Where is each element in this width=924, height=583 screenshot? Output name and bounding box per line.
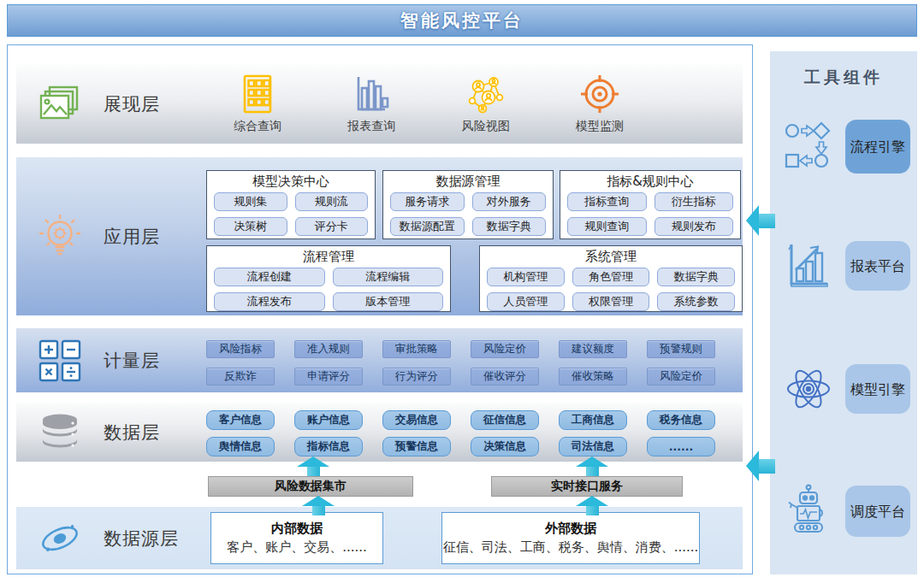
sidebar-title: 工具组件: [770, 67, 917, 89]
measure-chip: 行为评分: [382, 368, 451, 386]
app-chip: 流程发布: [214, 292, 325, 311]
presentation-label: 展现层: [104, 92, 160, 116]
pictures-icon: [35, 85, 85, 124]
group-title: 模型决策中心: [207, 173, 375, 191]
data-chip: 司法信息: [559, 437, 627, 456]
measure-chip: 风险定价: [647, 368, 715, 386]
main-panel: 展现层 综合查询: [7, 44, 753, 574]
bus-realtime-api: 实时接口服务: [491, 476, 683, 497]
app-chip: 规则发布: [654, 217, 734, 236]
up-arrow: [576, 456, 608, 476]
flow-icon: [782, 121, 835, 171]
layer-presentation: 展现层 综合查询: [16, 64, 743, 144]
data-head: 数据层: [35, 403, 160, 462]
tools-sidebar: 工具组件 流程引擎 报表平台: [770, 51, 917, 574]
data-chips: 客户信息 账户信息 交易信息 征信信息 工商信息 税务信息 舆情信息 指标信息 …: [206, 410, 715, 456]
pres-item-report: 报表查询: [320, 74, 423, 134]
tool-model-engine: 模型引擎: [845, 364, 910, 414]
data-chip: 决策信息: [471, 437, 539, 456]
measure-chip: 催收评分: [471, 368, 539, 386]
external-data-desc: 征信、司法、工商、税务、舆情、消费、......: [443, 539, 699, 556]
application-label: 应用层: [104, 225, 160, 249]
left-arrow: [746, 450, 775, 481]
page-title: 智能风控平台: [400, 9, 524, 32]
group-indicator-rule: 指标&规则中心 指标查询 衍生指标 规则查询 规则发布: [560, 170, 741, 239]
pres-item-riskview: 风险视图: [435, 74, 537, 134]
presentation-items: 综合查询 报表查询: [206, 64, 651, 144]
app-chip: 衍生指标: [654, 192, 734, 211]
network-icon: [465, 74, 506, 114]
up-arrow: [302, 496, 335, 515]
internal-data-title: 内部数据: [271, 521, 323, 537]
pres-item-monitor: 模型监测: [548, 74, 651, 134]
measurement-label: 计量层: [104, 349, 160, 373]
group-model-decision: 模型决策中心 规则集 规则流 决策树 评分卡: [206, 170, 376, 239]
group-title: 指标&规则中心: [560, 173, 740, 191]
pres-item-label: 报表查询: [347, 119, 395, 134]
app-chip: 服务请求: [390, 192, 465, 211]
app-chip: 数据字典: [657, 268, 735, 286]
app-chip: 数据字典: [472, 217, 547, 236]
data-chip: 税务信息: [647, 410, 715, 430]
pres-item-label: 综合查询: [234, 119, 281, 134]
robot-icon: [782, 484, 835, 537]
group-process-mgmt: 流程管理 流程创建 流程编辑 流程发布 版本管理: [206, 245, 451, 312]
external-data-box: 外部数据 征信、司法、工商、税务、舆情、消费、......: [441, 512, 700, 564]
data-chip: 工商信息: [559, 410, 627, 430]
atom-icon: [782, 364, 835, 414]
data-chip: 账户信息: [294, 410, 363, 430]
grid-icon: [240, 74, 275, 114]
layer-application: 应用层 模型决策中心 规则集 规则流 决策树 评分卡 数据源管理 服务请求 对外…: [16, 157, 743, 315]
up-arrow: [576, 496, 608, 515]
data-label: 数据层: [104, 421, 160, 445]
layer-data: 数据层 客户信息 账户信息 交易信息 征信信息 工商信息 税务信息 舆情信息 指…: [16, 403, 743, 462]
app-chip: 人员管理: [487, 292, 565, 311]
measure-chip: 反欺诈: [206, 368, 275, 386]
app-title-banner: 智能风控平台: [7, 4, 917, 37]
bulb-gear-icon: [35, 212, 85, 262]
measure-chip: 建议额度: [559, 340, 627, 358]
app-chip: 流程创建: [214, 268, 325, 286]
app-chip: 系统参数: [657, 292, 735, 311]
app-chip: 版本管理: [333, 292, 444, 311]
report-icon: [782, 241, 835, 291]
measure-chip: 催收策略: [559, 368, 627, 386]
external-data-title: 外部数据: [545, 521, 596, 537]
database-icon: [35, 413, 85, 452]
internal-data-box: 内部数据 客户、账户、交易、......: [210, 512, 383, 564]
app-chip: 规则集: [214, 192, 287, 211]
internal-data-desc: 客户、账户、交易、......: [227, 539, 367, 556]
measure-chip: 预警规则: [647, 340, 715, 358]
group-title: 数据源管理: [383, 173, 553, 191]
app-chip: 规则流: [295, 192, 369, 211]
data-chip: 舆情信息: [206, 437, 275, 456]
risk-platform-diagram: 智能风控平台 展现层: [0, 0, 924, 583]
up-arrow: [297, 456, 329, 476]
measure-chip: 审批策略: [382, 340, 451, 358]
group-datasource-mgmt: 数据源管理 服务请求 对外服务 数据源配置 数据字典: [382, 170, 554, 239]
app-chip: 评分卡: [295, 217, 369, 236]
tool-report-platform: 报表平台: [845, 241, 910, 291]
data-chip: 客户信息: [206, 410, 275, 430]
layer-measurement: 计量层 风险指标 准入规则 审批策略 风险定价 建议额度 预警规则 反欺诈 申请…: [16, 328, 743, 392]
left-arrow: [746, 205, 775, 236]
measure-chip: 风险定价: [471, 340, 539, 358]
app-chip: 决策树: [214, 217, 287, 236]
group-title: 系统管理: [480, 248, 742, 266]
measure-chip: 风险指标: [206, 340, 275, 358]
data-chip: 指标信息: [294, 437, 363, 456]
target-icon: [580, 74, 619, 114]
group-title: 流程管理: [207, 248, 450, 266]
tool-schedule-platform: 调度平台: [845, 486, 910, 537]
data-chip: 预警信息: [382, 437, 451, 456]
app-chip: 流程编辑: [333, 268, 444, 286]
measurement-chips: 风险指标 准入规则 审批策略 风险定价 建议额度 预警规则 反欺诈 申请评分 行…: [206, 340, 715, 386]
galaxy-icon: [35, 519, 85, 558]
presentation-head: 展现层: [35, 64, 160, 144]
datasource-head: 数据源层: [35, 507, 179, 569]
app-chip: 机构管理: [487, 268, 565, 286]
data-chip: ......: [647, 437, 715, 456]
calculator-icon: [35, 339, 85, 382]
barchart-icon: [352, 74, 390, 114]
app-chip: 对外服务: [472, 192, 547, 211]
